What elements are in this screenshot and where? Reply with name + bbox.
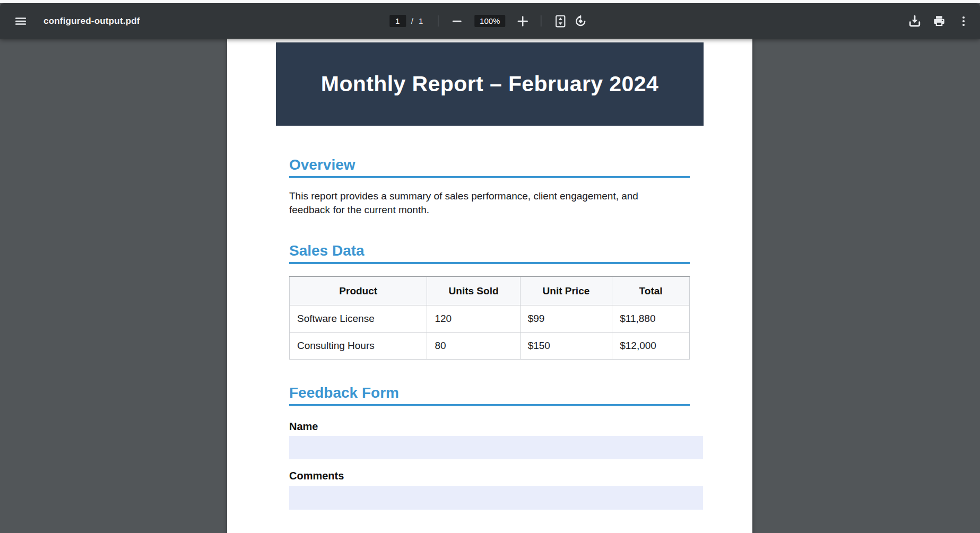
table-cell: 120 (427, 305, 520, 333)
toolbar-divider (438, 15, 438, 27)
table-cell: $99 (520, 305, 612, 333)
toolbar-divider (541, 15, 541, 27)
sales-table-header-row: ProductUnits SoldUnit PriceTotal (290, 276, 690, 305)
report-title: Monthly Report – February 2024 (321, 72, 658, 97)
kebab-menu-icon (957, 15, 970, 28)
plus-icon (516, 15, 529, 28)
table-cell: Software License (290, 305, 427, 333)
page-total: 1 (419, 16, 423, 25)
overview-paragraph-line: feedback for the current month. (289, 203, 638, 217)
sales-table-container: ProductUnits SoldUnit PriceTotal Softwar… (289, 276, 691, 360)
sales-table: ProductUnits SoldUnit PriceTotal Softwar… (289, 276, 690, 360)
overview-paragraph-line: This report provides a summary of sales … (289, 189, 638, 203)
overview-paragraph: This report provides a summary of sales … (289, 189, 638, 217)
rotate-counterclockwise-button[interactable] (570, 11, 591, 31)
zoom-in-button[interactable] (513, 11, 533, 31)
print-button[interactable] (929, 11, 949, 31)
table-header-cell: Units Sold (427, 276, 520, 305)
table-header-cell: Product (290, 276, 427, 305)
fit-to-page-button[interactable] (550, 11, 570, 31)
menu-button[interactable] (11, 11, 31, 31)
page-number-input[interactable] (389, 15, 406, 27)
hamburger-icon (14, 15, 27, 28)
minus-icon (450, 15, 463, 28)
pdf-page: Monthly Report – February 2024 Overview … (227, 39, 752, 533)
document-filename: configured-output.pdf (44, 16, 140, 27)
table-row: Consulting Hours80$150$12,000 (290, 333, 690, 360)
browser-edge-strip (0, 0, 980, 3)
comments-input-field[interactable] (289, 486, 703, 510)
zoom-out-button[interactable] (447, 11, 467, 31)
fit-to-page-icon (553, 14, 567, 28)
comments-field-label: Comments (289, 470, 344, 482)
pdf-toolbar: configured-output.pdf / 1 (0, 3, 980, 39)
zoom-level-input[interactable] (474, 15, 505, 27)
section-heading-sales-data: Sales Data (289, 242, 365, 259)
toolbar-right-group (905, 3, 980, 39)
download-button[interactable] (905, 11, 925, 31)
toolbar-center-group: / 1 (389, 3, 591, 39)
table-header-cell: Unit Price (520, 276, 612, 305)
more-options-button[interactable] (953, 11, 974, 31)
table-cell: $11,880 (612, 305, 690, 333)
table-cell: $12,000 (612, 333, 690, 360)
table-row: Software License120$99$11,880 (290, 305, 690, 333)
name-input-field[interactable] (289, 436, 703, 459)
printer-icon (932, 14, 946, 28)
section-rule (289, 176, 690, 178)
name-field-label: Name (289, 421, 318, 433)
sales-table-body: Software License120$99$11,880Consulting … (290, 305, 690, 360)
table-header-cell: Total (612, 276, 690, 305)
table-cell: 80 (427, 333, 520, 360)
toolbar-left-group: configured-output.pdf (0, 3, 140, 39)
page-separator: / (411, 16, 413, 25)
section-heading-feedback-form: Feedback Form (289, 385, 399, 401)
pdf-viewer-window: configured-output.pdf / 1 (0, 0, 980, 533)
section-rule (289, 404, 690, 406)
section-rule (289, 262, 690, 264)
table-cell: Consulting Hours (290, 333, 427, 360)
report-title-banner: Monthly Report – February 2024 (276, 42, 704, 126)
rotate-counterclockwise-icon (574, 14, 587, 28)
section-heading-overview: Overview (289, 156, 355, 173)
download-icon (908, 14, 922, 28)
table-cell: $150 (520, 333, 612, 360)
